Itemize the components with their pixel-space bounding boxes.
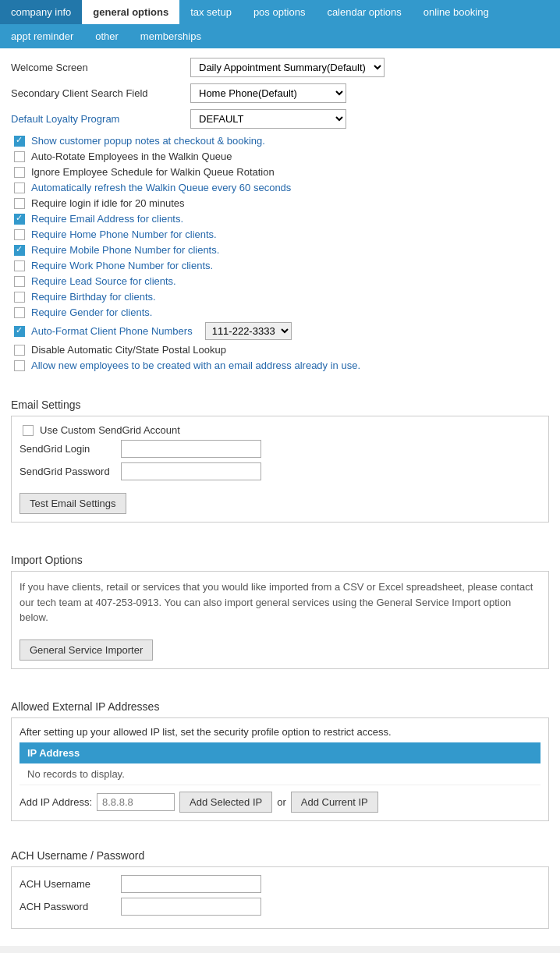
- ach-username-input[interactable]: [121, 875, 261, 893]
- ach-panel: ACH Username ACH Password: [11, 866, 549, 929]
- add-ip-input[interactable]: [97, 793, 175, 811]
- checkbox-0-icon[interactable]: [14, 136, 25, 147]
- checkbox-row-6: Require Home Phone Number for clients.: [11, 229, 549, 240]
- import-info-text: If you have clients, retail or services …: [19, 579, 541, 625]
- secondary-client-select[interactable]: Home Phone(Default): [190, 83, 346, 103]
- sendgrid-login-input[interactable]: [121, 440, 261, 458]
- disable-postal-row: Disable Automatic City/State Postal Look…: [11, 344, 549, 356]
- ach-username-row: ACH Username: [19, 875, 541, 893]
- secondary-client-row: Secondary Client Search Field Home Phone…: [11, 83, 549, 103]
- secondary-client-label: Secondary Client Search Field: [11, 87, 190, 99]
- ach-title: ACH Username / Password: [11, 849, 549, 862]
- phone-format-select[interactable]: 111-222-3333: [205, 322, 292, 340]
- email-settings-title: Email Settings: [11, 399, 549, 411]
- checkbox-row-11: Require Gender for clients.: [11, 306, 549, 318]
- checkbox-7-icon[interactable]: [14, 245, 25, 256]
- checkbox-row-0: Show customer popup notes at checkout & …: [11, 135, 549, 147]
- use-custom-sendgrid-row: Use Custom SendGrid Account: [19, 424, 541, 436]
- checkbox-4-icon[interactable]: [14, 198, 25, 209]
- ach-password-row: ACH Password: [19, 898, 541, 916]
- checkbox-row-2: Ignore Employee Schedule for Walkin Queu…: [11, 166, 549, 178]
- use-custom-sendgrid-icon[interactable]: [23, 425, 34, 436]
- tab-online-booking[interactable]: online booking: [413, 0, 500, 24]
- use-custom-sendgrid-label[interactable]: Use Custom SendGrid Account: [40, 424, 180, 436]
- phone-format-checkbox-icon[interactable]: [14, 326, 25, 337]
- tab-other[interactable]: other: [84, 24, 129, 48]
- phone-format-label[interactable]: Auto-Format Client Phone Numbers: [31, 325, 193, 337]
- checkbox-row-4: Require login if idle for 20 minutes: [11, 197, 549, 209]
- ach-password-label: ACH Password: [19, 901, 121, 912]
- ach-username-label: ACH Username: [19, 878, 121, 890]
- allow-email-reuse-label[interactable]: Allow new employees to be created with a…: [31, 360, 360, 371]
- checkbox-0-label[interactable]: Show customer popup notes at checkout & …: [31, 135, 265, 147]
- ip-addresses-description: After setting up your allowed IP list, s…: [19, 726, 541, 738]
- add-current-ip-button[interactable]: Add Current IP: [291, 792, 378, 813]
- add-ip-label: Add IP Address:: [19, 796, 92, 808]
- checkbox-1-icon[interactable]: [14, 151, 25, 162]
- default-loyalty-select[interactable]: DEFAULT: [190, 109, 346, 129]
- checkbox-10-label[interactable]: Require Birthday for clients.: [31, 291, 156, 303]
- tab-tax-setup[interactable]: tax setup: [179, 0, 243, 24]
- general-service-importer-button[interactable]: General Service Importer: [19, 639, 153, 661]
- sendgrid-login-row: SendGrid Login: [19, 440, 541, 458]
- checkbox-9-label[interactable]: Require Lead Source for clients.: [31, 275, 176, 287]
- checkbox-row-10: Require Birthday for clients.: [11, 291, 549, 303]
- checkbox-10-icon[interactable]: [14, 292, 25, 303]
- checkbox-4-label[interactable]: Require login if idle for 20 minutes: [31, 197, 185, 209]
- or-label: or: [277, 796, 286, 808]
- tab-company-info[interactable]: company info: [0, 0, 82, 24]
- checkbox-2-icon[interactable]: [14, 167, 25, 178]
- checkbox-6-icon[interactable]: [14, 229, 25, 240]
- welcome-screen-row: Welcome Screen Daily Appointment Summary…: [11, 58, 549, 77]
- checkbox-9-icon[interactable]: [14, 276, 25, 287]
- checkbox-1-label[interactable]: Auto-Rotate Employees in the Walkin Queu…: [31, 151, 232, 162]
- welcome-screen-select[interactable]: Daily Appointment Summary(Default): [190, 58, 385, 77]
- checkbox-11-icon[interactable]: [14, 307, 25, 318]
- checkbox-2-label[interactable]: Ignore Employee Schedule for Walkin Queu…: [31, 166, 275, 178]
- disable-postal-label[interactable]: Disable Automatic City/State Postal Look…: [31, 344, 226, 356]
- tab-calendar-options[interactable]: calendar options: [316, 0, 412, 24]
- allow-email-reuse-icon[interactable]: [14, 360, 25, 371]
- ip-addresses-title: Allowed External IP Addresses: [11, 700, 549, 713]
- tab-memberships[interactable]: memberships: [129, 24, 212, 48]
- tab-pos-options[interactable]: pos options: [243, 0, 317, 24]
- ip-addresses-panel: After setting up your allowed IP list, s…: [11, 717, 549, 821]
- phone-format-row: Auto-Format Client Phone Numbers 111-222…: [11, 322, 549, 340]
- checkbox-8-label[interactable]: Require Work Phone Number for clients.: [31, 260, 213, 271]
- checkbox-6-label[interactable]: Require Home Phone Number for clients.: [31, 229, 217, 240]
- main-content: Welcome Screen Daily Appointment Summary…: [0, 48, 560, 946]
- ip-table: IP Address No records to display.: [19, 742, 541, 785]
- checkbox-8-icon[interactable]: [14, 260, 25, 271]
- checkbox-row-1: Auto-Rotate Employees in the Walkin Queu…: [11, 151, 549, 162]
- tab-general-options[interactable]: general options: [82, 0, 179, 24]
- ip-action-col-header: [447, 742, 541, 763]
- sendgrid-password-input[interactable]: [121, 462, 261, 480]
- checkbox-5-label[interactable]: Require Email Address for clients.: [31, 213, 183, 225]
- nav-bar: company info general options tax setup p…: [0, 0, 560, 48]
- checkbox-row-7: Require Mobile Phone Number for clients.: [11, 244, 549, 256]
- welcome-screen-label: Welcome Screen: [11, 62, 190, 73]
- tab-appt-reminder[interactable]: appt reminder: [0, 24, 84, 48]
- checkbox-5-icon[interactable]: [14, 214, 25, 225]
- checkbox-7-label[interactable]: Require Mobile Phone Number for clients.: [31, 244, 219, 256]
- checkbox-row-5: Require Email Address for clients.: [11, 213, 549, 225]
- sendgrid-login-label: SendGrid Login: [19, 443, 121, 455]
- email-settings-panel: Use Custom SendGrid Account SendGrid Log…: [11, 416, 549, 523]
- default-loyalty-row: Default Loyalty Program DEFAULT: [11, 109, 549, 129]
- test-email-settings-button[interactable]: Test Email Settings: [19, 493, 126, 514]
- checkbox-row-9: Require Lead Source for clients.: [11, 275, 549, 287]
- checkbox-row-3: Automatically refresh the Walkin Queue e…: [11, 182, 549, 193]
- checkbox-row-8: Require Work Phone Number for clients.: [11, 260, 549, 271]
- disable-postal-icon[interactable]: [14, 345, 25, 356]
- checkbox-11-label[interactable]: Require Gender for clients.: [31, 306, 152, 318]
- import-options-title: Import Options: [11, 554, 549, 566]
- sendgrid-password-row: SendGrid Password: [19, 462, 541, 480]
- add-selected-ip-button[interactable]: Add Selected IP: [179, 792, 272, 813]
- allow-email-reuse-row: Allow new employees to be created with a…: [11, 360, 549, 371]
- sendgrid-password-label: SendGrid Password: [19, 466, 121, 477]
- checkbox-3-icon[interactable]: [14, 182, 25, 193]
- ach-password-input[interactable]: [121, 898, 261, 916]
- default-loyalty-label: Default Loyalty Program: [11, 113, 190, 125]
- checkbox-3-label[interactable]: Automatically refresh the Walkin Queue e…: [31, 182, 291, 193]
- add-ip-row: Add IP Address: Add Selected IP or Add C…: [19, 792, 541, 813]
